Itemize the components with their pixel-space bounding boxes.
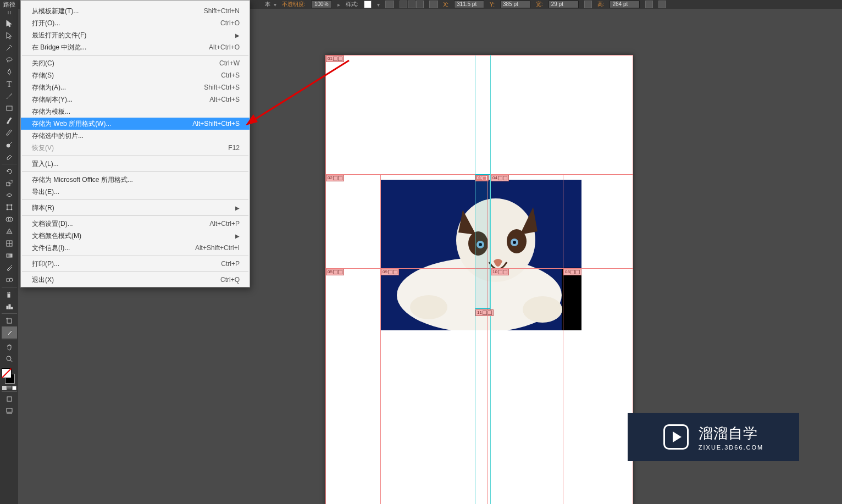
menu-item-23[interactable]: 文档颜色模式(M)▶ [21,230,250,242]
slice-tag-02[interactable]: 02 [326,175,344,181]
slice-tag-03[interactable]: 03 [475,175,489,181]
svg-rect-5 [9,180,12,184]
menu-item-9[interactable]: 存储副本(Y)...Alt+Ctrl+S [21,93,250,106]
menu-item-4[interactable]: 在 Bridge 中浏览...Alt+Ctrl+O [21,41,250,53]
slice-tag-10[interactable]: 10 [491,269,509,275]
watermark: 溜溜自学 ZIXUE.3D66.COM [628,413,799,461]
width-tool[interactable] [2,189,17,201]
svg-rect-21 [9,304,10,309]
transform-icon[interactable] [429,1,438,8]
menu-item-13[interactable]: 恢复(V)F12 [21,142,250,154]
eyedropper-tool[interactable] [2,262,17,274]
menu-item-8[interactable]: 存储为(A)...Shift+Ctrl+S [21,81,250,93]
y-label: Y: [490,2,495,8]
slice-tag-09[interactable]: 09 [381,269,399,275]
pen-tool[interactable] [2,66,17,78]
svg-point-40 [513,241,516,244]
slice-tag-04[interactable]: 04 [491,175,509,181]
menu-item-1[interactable]: 从模板新建(T)...Shift+Ctrl+N [21,5,250,17]
style-swatch[interactable] [364,1,372,8]
blob-brush-tool[interactable] [2,139,17,151]
eraser-tool[interactable] [2,151,17,163]
gradient-tool[interactable] [2,250,17,262]
fill-swatch[interactable] [2,368,12,378]
type-tool[interactable]: T [2,78,17,90]
magic-wand-tool[interactable] [2,42,17,54]
style-label: 样式: [346,1,358,8]
svg-line-1 [7,93,12,99]
doc-setup-icon[interactable] [385,1,394,8]
slice-tag-11[interactable]: 11 [475,309,494,316]
menu-item-22[interactable]: 文档设置(D)...Alt+Ctrl+P [21,218,250,230]
svg-rect-17 [7,279,9,281]
slice-tool[interactable] [2,326,17,339]
color-mode-boxes[interactable] [2,386,16,390]
pencil-tool[interactable] [2,126,17,139]
screen-mode-icon[interactable] [2,405,17,417]
menu-item-7[interactable]: 存储(S)Ctrl+S [21,69,250,81]
extra-icon-2[interactable] [658,1,666,8]
svg-rect-32 [562,268,581,330]
menu-item-10[interactable]: 存储为模板... [21,106,250,118]
perspective-tool[interactable] [2,225,17,237]
line-tool[interactable] [2,90,17,102]
file-menu[interactable]: 从模板新建(T)...Shift+Ctrl+N打开(O)...Ctrl+O最近打… [20,0,250,287]
draw-mode-icon[interactable] [2,391,17,405]
svg-point-41 [410,295,447,319]
menu-item-15[interactable]: 置入(L)... [21,158,250,170]
opacity-label: 不透明度: [282,1,306,8]
menu-item-2[interactable]: 打开(O)...Ctrl+O [21,17,250,29]
menu-item-20[interactable]: 脚本(R)▶ [21,202,250,214]
symbol-sprayer-tool[interactable] [2,287,17,300]
shape-builder-tool[interactable] [2,213,17,225]
hand-tool[interactable] [2,340,17,353]
menu-item-12[interactable]: 存储选中的切片... [21,130,250,142]
tab-label[interactable]: 路径 [3,1,15,9]
menu-item-24[interactable]: 文件信息(I)...Alt+Shift+Ctrl+I [21,242,250,254]
menu-item-18[interactable]: 导出(E)... [21,186,250,198]
mesh-tool[interactable] [2,237,17,250]
slice-tag-05[interactable]: 05 [326,269,344,275]
svg-point-10 [11,209,12,210]
link-icon[interactable] [584,1,592,8]
fill-stroke-swatches[interactable] [2,368,17,384]
svg-rect-22 [11,307,13,309]
align-group[interactable] [400,1,424,8]
tool-panel: T [0,9,18,504]
opacity-value[interactable]: 100% [311,1,332,8]
svg-rect-28 [7,397,12,401]
free-transform-tool[interactable] [2,201,17,213]
zoom-tool[interactable] [2,353,17,365]
artboard-tool[interactable] [2,313,17,326]
extra-icon-1[interactable] [645,1,653,8]
svg-rect-29 [7,408,12,412]
slice-tag-01[interactable]: 01 [326,56,344,62]
w-field[interactable]: 29 pt [549,1,579,8]
x-field[interactable]: 311.5 pt [454,1,484,8]
svg-line-27 [10,360,13,362]
menu-item-26[interactable]: 打印(P)...Ctrl+P [21,258,250,270]
menu-item-17[interactable]: 存储为 Microsoft Office 所用格式... [21,174,250,186]
y-field[interactable]: 385 pt [500,1,530,8]
menu-item-6[interactable]: 关闭(C)Ctrl+W [21,57,250,69]
selection-tool[interactable] [2,18,17,30]
direct-select-tool[interactable] [2,30,17,42]
w-label: 宽: [536,1,543,8]
svg-rect-20 [7,306,8,309]
column-graph-tool[interactable] [2,300,17,312]
rectangle-tool[interactable] [2,102,17,114]
svg-rect-16 [7,254,12,257]
artboard[interactable]: 01 02 03 04 05 09 10 08 11 [325,55,633,504]
blend-tool[interactable] [2,274,17,286]
h-field[interactable]: 264 pt [610,1,640,8]
lasso-tool[interactable] [2,54,17,66]
paintbrush-tool[interactable] [2,114,17,126]
selection-box[interactable] [475,174,490,309]
rotate-tool[interactable] [2,164,17,177]
menu-item-28[interactable]: 退出(X)Ctrl+Q [21,274,250,286]
menu-item-3[interactable]: 最近打开的文件(F)▶ [21,29,250,41]
scale-tool[interactable] [2,177,17,189]
slice-tag-08[interactable]: 08 [563,269,581,275]
menu-item-11[interactable]: 存储为 Web 所用格式(W)...Alt+Shift+Ctrl+S [21,118,250,130]
panel-grip[interactable] [2,11,17,15]
